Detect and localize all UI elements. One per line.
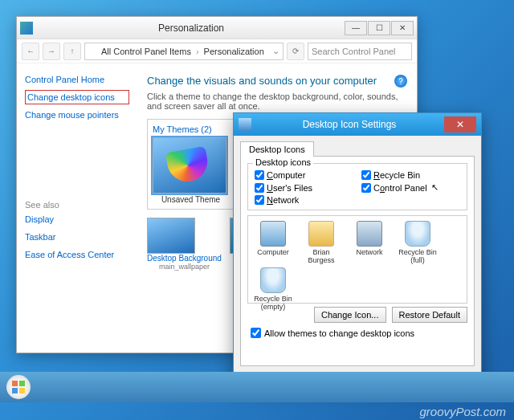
- preview-user-folder[interactable]: Brian Burgess: [301, 221, 341, 264]
- location-icon: [88, 47, 98, 56]
- check-computer[interactable]: Computer: [255, 170, 353, 180]
- window-title: Personalization: [38, 22, 345, 34]
- restore-default-button[interactable]: Restore Default: [392, 307, 467, 323]
- refresh-button[interactable]: ⟳: [287, 43, 304, 60]
- forward-button[interactable]: →: [43, 43, 60, 60]
- dialog-close-button[interactable]: ✕: [444, 116, 476, 133]
- tab-desktop-icons[interactable]: Desktop Icons: [240, 141, 314, 157]
- watermark: groovyPost.com: [419, 405, 506, 418]
- see-also-label: See also: [25, 200, 129, 210]
- page-subtext: Click a theme to change the desktop back…: [147, 92, 407, 111]
- network-icon: [357, 221, 382, 247]
- check-recycle-bin[interactable]: Recycle Bin: [361, 170, 460, 180]
- desktop-bg-label: Desktop Background: [147, 254, 222, 263]
- display-link[interactable]: Display: [25, 214, 129, 224]
- svg-rect-1: [19, 381, 25, 386]
- check-computer-box[interactable]: [255, 170, 264, 180]
- dialog-titlebar[interactable]: Desktop Icon Settings ✕: [234, 113, 481, 136]
- recycle-full-icon: [405, 221, 430, 247]
- start-icon: [11, 380, 26, 394]
- up-button[interactable]: ↑: [63, 43, 81, 60]
- ease-of-access-link[interactable]: Ease of Access Center: [25, 250, 129, 259]
- cursor-icon: ↖: [431, 182, 439, 193]
- computer-icon: [260, 221, 286, 247]
- address-bar: ← → ↑ All Control Panel Items › Personal…: [17, 39, 417, 63]
- dialog-icon: [239, 118, 251, 131]
- back-button[interactable]: ←: [22, 43, 39, 60]
- theme-item[interactable]: Unsaved Theme: [153, 137, 229, 204]
- check-network[interactable]: Network: [255, 195, 353, 205]
- svg-rect-2: [12, 388, 18, 393]
- check-control-panel[interactable]: Control Panel↖: [361, 182, 460, 193]
- preview-recycle-empty[interactable]: Recycle Bin (empty): [253, 267, 293, 311]
- minimize-button[interactable]: —: [345, 21, 367, 35]
- theme-thumbnail: [153, 137, 226, 194]
- desktop-bg-sub: main_wallpaper: [147, 263, 222, 271]
- change-icon-button[interactable]: Change Icon...: [314, 307, 386, 323]
- group-legend: Desktop icons: [253, 157, 313, 167]
- control-panel-home-link[interactable]: Control Panel Home: [25, 75, 129, 84]
- dialog-title: Desktop Icon Settings: [255, 119, 444, 130]
- check-users-files[interactable]: User's Files: [255, 182, 353, 193]
- preview-computer[interactable]: Computer: [253, 221, 293, 264]
- desktop-background-item[interactable]: Desktop Background main_wallpaper: [147, 218, 222, 271]
- allow-themes-checkbox[interactable]: Allow themes to change desktop icons: [251, 328, 467, 338]
- window-icon: [20, 22, 33, 35]
- sidebar: Control Panel Home Change desktop icons …: [17, 63, 137, 353]
- titlebar[interactable]: Personalization — ☐ ✕: [17, 17, 417, 39]
- crumb-1[interactable]: Personalization: [204, 47, 264, 56]
- desktop-bg-thumb: [147, 218, 195, 254]
- svg-rect-0: [12, 381, 18, 386]
- svg-rect-3: [19, 388, 25, 393]
- check-network-box[interactable]: [255, 195, 264, 205]
- preview-recycle-full[interactable]: Recycle Bin (full): [398, 221, 438, 264]
- icon-preview[interactable]: Computer Brian Burgess Network Recycle B…: [247, 215, 467, 304]
- breadcrumb[interactable]: All Control Panel Items › Personalizatio…: [84, 43, 284, 60]
- folder-icon: [308, 221, 334, 247]
- desktop-icons-group: Desktop icons Computer Recycle Bin User'…: [247, 163, 467, 210]
- start-button[interactable]: [6, 375, 31, 399]
- change-mouse-pointers-link[interactable]: Change mouse pointers: [25, 110, 129, 120]
- close-button[interactable]: ✕: [391, 21, 414, 35]
- crumb-0[interactable]: All Control Panel Items: [101, 47, 191, 56]
- check-users-box[interactable]: [255, 183, 264, 193]
- page-heading: Change the visuals and sounds on your co…: [147, 75, 407, 87]
- theme-label: Unsaved Theme: [153, 195, 229, 204]
- check-cpl-box[interactable]: [361, 183, 371, 193]
- taskbar-link[interactable]: Taskbar: [25, 232, 129, 242]
- tab-panel: Desktop icons Computer Recycle Bin User'…: [240, 156, 475, 366]
- change-desktop-icons-link[interactable]: Change desktop icons: [25, 90, 129, 104]
- desktop-icon-settings-dialog: Desktop Icon Settings ✕ Desktop Icons De…: [233, 112, 482, 385]
- help-icon[interactable]: ?: [394, 75, 407, 88]
- allow-themes-box[interactable]: [251, 328, 261, 338]
- preview-network[interactable]: Network: [349, 221, 390, 264]
- taskbar[interactable]: [0, 372, 514, 402]
- search-input[interactable]: Search Control Panel: [308, 43, 412, 60]
- maximize-button[interactable]: ☐: [368, 21, 390, 35]
- recycle-empty-icon: [260, 267, 286, 293]
- check-recycle-box[interactable]: [361, 170, 371, 180]
